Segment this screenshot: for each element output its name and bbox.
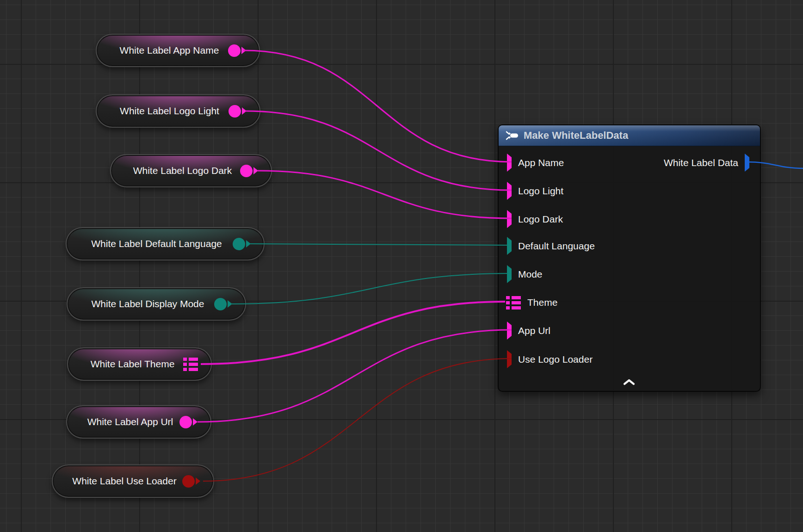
struct-grid-pin-icon[interactable] — [183, 358, 198, 371]
output-pin-label: White Label Data — [664, 157, 738, 168]
make-node-title: Make WhiteLabelData — [524, 130, 628, 142]
input-pin-label: Logo Light — [518, 186, 563, 197]
pin-circle[interactable] — [240, 165, 253, 177]
collapse-chevron-icon[interactable] — [623, 379, 635, 387]
getter-node-use-loader[interactable]: White Label Use Loader — [52, 464, 214, 498]
getter-node-label: White Label Logo Dark — [111, 165, 240, 176]
pin-arrow — [507, 237, 512, 255]
blueprint-graph-canvas[interactable]: White Label App NameWhite Label Logo Lig… — [0, 0, 803, 532]
wire[interactable] — [201, 302, 505, 364]
getter-node-logo-dark[interactable]: White Label Logo Dark — [110, 154, 272, 187]
getter-node-default-language[interactable]: White Label Default Language — [66, 227, 265, 260]
pin-arrow — [246, 240, 251, 247]
getter-node-logo-light[interactable]: White Label Logo Light — [96, 94, 260, 128]
wire[interactable] — [230, 273, 512, 304]
input-pin-row-logo-light[interactable]: Logo Light — [506, 182, 563, 200]
wire[interactable] — [243, 50, 512, 162]
pin-arrow — [193, 418, 198, 426]
pin-arrow — [228, 300, 232, 308]
input-pin-row-use-logo-loader[interactable]: Use Logo Loader — [506, 350, 593, 369]
pin-arrow — [745, 154, 749, 172]
pin-arrow — [507, 182, 512, 200]
getter-node-label: White Label Theme — [68, 359, 183, 370]
input-pin-label: App Name — [518, 157, 564, 168]
pin-arrow — [242, 107, 247, 115]
wire[interactable] — [245, 111, 512, 190]
input-pin-row-app-url[interactable]: App Url — [506, 322, 550, 340]
pin-arrow — [507, 210, 512, 228]
getter-node-app-name[interactable]: White Label App Name — [96, 34, 260, 67]
pin-arrow — [241, 47, 246, 54]
getter-node-label: White Label App Name — [97, 45, 228, 56]
input-pin-row-theme[interactable]: Theme — [506, 293, 557, 312]
output-pin-row-white-label-data[interactable]: White Label Data — [664, 154, 749, 172]
input-pin-label: Use Logo Loader — [518, 354, 593, 365]
wire[interactable] — [198, 330, 512, 422]
input-pin-label: Mode — [518, 269, 543, 280]
input-pin-label: Default Language — [518, 241, 595, 252]
input-pin-row-default-language[interactable]: Default Language — [506, 237, 595, 255]
struct-grid-pin-icon[interactable] — [506, 296, 521, 309]
pin-arrow — [253, 167, 258, 174]
pin-circle[interactable] — [229, 105, 241, 118]
input-pin-row-mode[interactable]: Mode — [506, 265, 543, 284]
pin-arrow — [196, 477, 200, 485]
pin-arrow — [507, 265, 512, 283]
input-pin-label: Theme — [527, 297, 557, 308]
getter-node-label: White Label Use Loader — [53, 476, 182, 487]
pin-circle[interactable] — [214, 298, 227, 310]
pin-circle[interactable] — [179, 416, 192, 428]
pin-circle[interactable] — [182, 475, 195, 488]
make-struct-icon — [505, 130, 519, 141]
getter-node-label: White Label App Url — [67, 416, 179, 427]
pin-circle[interactable] — [228, 44, 241, 57]
pin-arrow — [507, 350, 512, 368]
wire[interactable] — [203, 359, 512, 481]
getter-node-label: White Label Default Language — [67, 238, 233, 249]
make-whitelabeldata-node[interactable]: Make WhiteLabelData App NameLogo LightLo… — [498, 124, 761, 392]
wire[interactable] — [250, 244, 512, 245]
getter-node-display-mode[interactable]: White Label Display Mode — [67, 287, 246, 321]
getter-node-label: White Label Display Mode — [68, 298, 214, 309]
input-pin-label: Logo Dark — [518, 214, 563, 225]
input-pin-row-logo-dark[interactable]: Logo Dark — [506, 210, 563, 229]
wire[interactable] — [258, 171, 512, 218]
pin-circle[interactable] — [233, 238, 245, 250]
input-pin-label: App Url — [518, 325, 550, 336]
pin-arrow — [507, 154, 512, 172]
getter-node-theme[interactable]: White Label Theme — [67, 347, 212, 381]
getter-node-label: White Label Logo Light — [97, 105, 229, 117]
input-pin-row-app-name[interactable]: App Name — [506, 154, 564, 172]
getter-node-app-url[interactable]: White Label App Url — [66, 405, 211, 439]
make-node-header[interactable]: Make WhiteLabelData — [499, 125, 760, 146]
pin-arrow — [507, 322, 512, 340]
